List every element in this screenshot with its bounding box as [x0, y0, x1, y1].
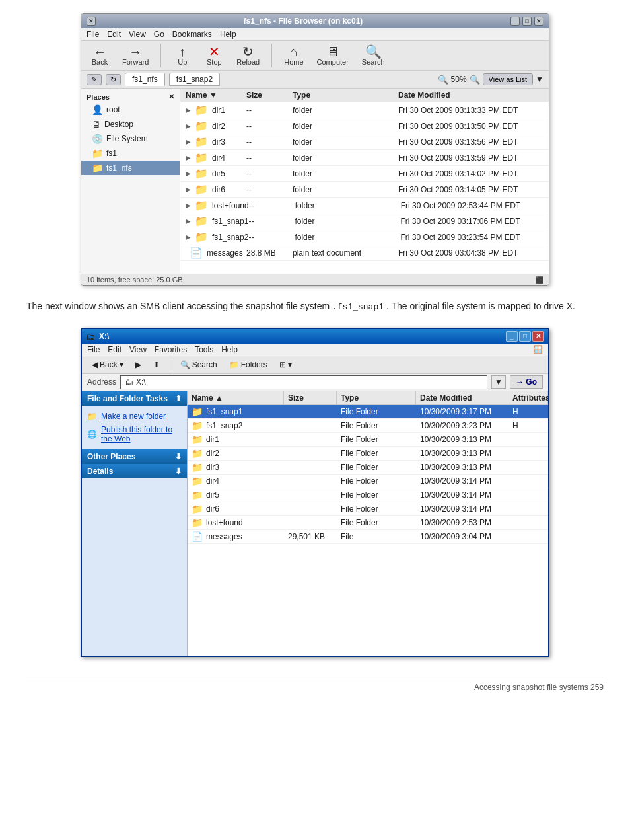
xp-panel-header-tasks[interactable]: File and Folder Tasks ⬆ — [82, 391, 187, 406]
xp-address-folder-icon: 🗂 — [125, 377, 133, 387]
expand-arrow-icon[interactable]: ▶ — [186, 202, 191, 209]
gnome-file-row[interactable]: ▶ 📁 dir6 -- folder Fri 30 Oct 2009 03:14… — [180, 182, 549, 198]
gnome-file-row[interactable]: ▶ 📁 fs1_snap2 -- folder Fri 30 Oct 2009 … — [180, 229, 549, 245]
gnome-view-btn[interactable]: View as List — [483, 73, 534, 85]
gnome-file-row[interactable]: ▶ 📁 dir4 -- folder Fri 30 Oct 2009 03:13… — [180, 150, 549, 166]
xp-make-folder-link[interactable]: 📁 Make a new folder — [87, 410, 182, 423]
gnome-file-row[interactable]: ▶ 📁 dir1 -- folder Fri 30 Oct 2009 03:13… — [180, 102, 549, 118]
gnome-close-btn[interactable]: ✕ — [87, 17, 96, 26]
xp-up-btn[interactable]: ⬆ — [149, 358, 164, 371]
xp-panel-details-collapse-icon[interactable]: ⬇ — [175, 467, 182, 476]
xp-menu-edit[interactable]: Edit — [108, 345, 122, 354]
gnome-sidebar-item-desktop[interactable]: 🖥 Desktop — [81, 117, 180, 132]
gnome-file-row[interactable]: 📄 messages 28.8 MB plain text document F… — [180, 245, 549, 261]
xp-panel-other-collapse-icon[interactable]: ⬇ — [175, 452, 182, 461]
gnome-stop-btn[interactable]: ✕ Stop — [201, 44, 227, 67]
xp-menu-file[interactable]: File — [87, 345, 100, 354]
gnome-menu-edit[interactable]: Edit — [107, 30, 121, 39]
xp-publish-link[interactable]: 🌐 Publish this folder to the Web — [87, 423, 182, 445]
xp-col-date[interactable]: Date Modified — [416, 391, 508, 404]
gnome-forward-btn[interactable]: → Forward — [118, 44, 153, 67]
xp-panel-tasks-collapse-icon[interactable]: ⬆ — [175, 394, 182, 403]
gnome-file-row[interactable]: ▶ 📁 dir2 -- folder Fri 30 Oct 2009 03:13… — [180, 118, 549, 134]
gnome-view-dropdown-icon[interactable]: ▼ — [536, 75, 543, 84]
xp-file-row[interactable]: 📁 dir3 File Folder 10/30/2009 3:13 PM — [188, 461, 548, 475]
xp-file-row[interactable]: 📁 dir1 File Folder 10/30/2009 3:13 PM — [188, 433, 548, 447]
gnome-menu-file[interactable]: File — [87, 30, 99, 39]
gnome-tab-fs1-snap2[interactable]: fs1_snap2 — [169, 73, 220, 86]
expand-arrow-icon[interactable]: ▶ — [186, 138, 191, 145]
gnome-computer-btn[interactable]: 🖥 Computer — [313, 44, 353, 67]
xp-close-btn[interactable]: ✕ — [532, 331, 544, 342]
xp-col-type[interactable]: Type — [337, 391, 416, 404]
gnome-search-btn[interactable]: 🔍 Search — [358, 44, 389, 67]
xp-search-btn[interactable]: 🔍 Search — [176, 358, 222, 371]
gnome-menu-go[interactable]: Go — [154, 30, 164, 39]
xp-menu-favorites[interactable]: Favorites — [155, 345, 187, 354]
xp-address-dropdown-icon[interactable]: ▼ — [491, 375, 506, 389]
gnome-col-name[interactable]: Name ▼ — [186, 91, 246, 100]
xp-panel-header-other[interactable]: Other Places ⬇ — [82, 449, 187, 464]
xp-menu-view[interactable]: View — [129, 345, 147, 354]
gnome-close-btn-right[interactable]: ✕ — [534, 17, 543, 26]
gnome-reload-loc-btn[interactable]: ↻ — [106, 74, 121, 85]
gnome-file-row[interactable]: ▶ 📁 fs1_snap1 -- folder Fri 30 Oct 2009 … — [180, 213, 549, 229]
xp-file-row[interactable]: 📁 fs1_snap2 File Folder 10/30/2009 3:23 … — [188, 419, 548, 433]
xp-file-row[interactable]: 📁 fs1_snap1 File Folder 10/30/2009 3:17 … — [188, 405, 548, 419]
gnome-menu-help[interactable]: Help — [220, 30, 236, 39]
expand-arrow-icon[interactable]: ▶ — [186, 154, 191, 161]
xp-views-btn[interactable]: ⊞ ▾ — [275, 358, 297, 371]
expand-arrow-icon[interactable]: ▶ — [186, 170, 191, 177]
gnome-sidebar-item-fs1nfs[interactable]: 📁 fs1_nfs — [81, 161, 180, 175]
xp-file-row[interactable]: 📁 lost+found File Folder 10/30/2009 2:53… — [188, 516, 548, 530]
gnome-file-row[interactable]: ▶ 📁 dir3 -- folder Fri 30 Oct 2009 03:13… — [180, 134, 549, 150]
gnome-menu-view[interactable]: View — [129, 30, 146, 39]
zoom-in-icon[interactable]: 🔍 — [438, 75, 448, 85]
xp-address-input[interactable]: 🗂 X:\ — [120, 375, 487, 389]
xp-minimize-btn[interactable]: _ — [506, 331, 518, 342]
xp-panel-header-details[interactable]: Details ⬇ — [82, 464, 187, 478]
gnome-tab-fs1-nfs[interactable]: fs1_nfs — [125, 73, 165, 86]
gnome-minimize-btn[interactable]: _ — [510, 17, 520, 26]
expand-arrow-icon[interactable]: ▶ — [186, 217, 191, 225]
gnome-sidebar-close-icon[interactable]: ✕ — [168, 93, 174, 101]
gnome-col-date[interactable]: Date Modified — [398, 91, 543, 100]
zoom-out-icon[interactable]: 🔍 — [470, 75, 480, 85]
gnome-sidebar-item-root[interactable]: 👤 root — [81, 102, 180, 117]
xp-file-row[interactable]: 📁 dir2 File Folder 10/30/2009 3:13 PM — [188, 447, 548, 461]
xp-col-name[interactable]: Name ▲ — [188, 391, 284, 404]
gnome-maximize-btn[interactable]: □ — [522, 17, 532, 26]
xp-file-row[interactable]: 📁 dir5 File Folder 10/30/2009 3:14 PM — [188, 488, 548, 502]
expand-arrow-icon[interactable]: ▶ — [186, 122, 191, 130]
expand-arrow-icon[interactable]: ▶ — [186, 186, 191, 193]
xp-menu-help[interactable]: Help — [221, 345, 238, 354]
expand-arrow-icon[interactable]: ▶ — [186, 106, 191, 114]
gnome-col-size[interactable]: Size — [246, 91, 293, 100]
gnome-sidebar-item-filesystem[interactable]: 💿 File System — [81, 132, 180, 146]
gnome-file-name-cell: 📄 messages — [186, 247, 246, 259]
gnome-back-btn[interactable]: ← Back — [87, 44, 113, 67]
xp-file-row[interactable]: 📄 messages 29,501 KB File 10/30/2009 3:0… — [188, 530, 548, 544]
xp-back-dropdown-icon[interactable]: ▾ — [120, 360, 123, 369]
xp-col-size[interactable]: Size — [284, 391, 337, 404]
gnome-up-btn[interactable]: ↑ Up — [169, 44, 195, 67]
xp-maximize-btn[interactable]: □ — [519, 331, 531, 342]
xp-menu-tools[interactable]: Tools — [195, 345, 213, 354]
gnome-file-row[interactable]: ▶ 📁 dir5 -- folder Fri 30 Oct 2009 03:14… — [180, 166, 549, 182]
xp-back-btn[interactable]: ◀ Back ▾ — [87, 358, 128, 371]
xp-go-button[interactable]: → Go — [510, 375, 543, 389]
gnome-reload-btn[interactable]: ↻ Reload — [232, 44, 263, 67]
gnome-sidebar-item-fs1[interactable]: 📁 fs1 — [81, 146, 180, 161]
xp-file-row[interactable]: 📁 dir6 File Folder 10/30/2009 3:14 PM — [188, 502, 548, 516]
gnome-col-type[interactable]: Type — [293, 91, 398, 100]
gnome-file-row[interactable]: ▶ 📁 lost+found -- folder Fri 30 Oct 2009… — [180, 198, 549, 213]
expand-arrow-icon[interactable]: ▶ — [186, 233, 191, 241]
xp-col-attr[interactable]: Attributes — [508, 391, 548, 404]
gnome-edit-location-btn[interactable]: ✎ — [87, 74, 102, 85]
gnome-home-btn[interactable]: ⌂ Home — [280, 44, 307, 67]
xp-folders-btn[interactable]: 📁 Folders — [225, 358, 272, 371]
xp-forward-btn[interactable]: ▶ — [131, 358, 146, 371]
xp-file-row[interactable]: 📁 dir4 File Folder 10/30/2009 3:14 PM — [188, 475, 548, 488]
gnome-menu-bookmarks[interactable]: Bookmarks — [172, 30, 212, 39]
xp-views-dropdown[interactable]: ▾ — [288, 360, 292, 369]
